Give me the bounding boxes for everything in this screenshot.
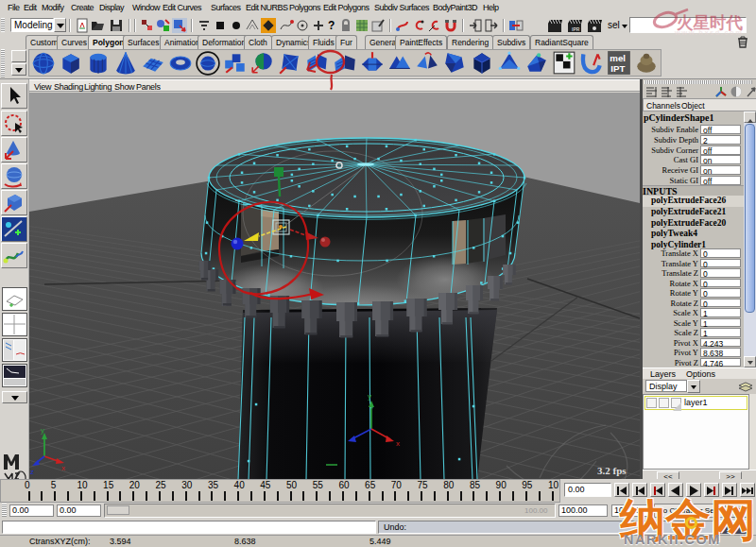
- svg-text:mel: mel: [610, 53, 626, 63]
- svg-text:3.2 fps: 3.2 fps: [597, 465, 627, 476]
- svg-text:x: x: [61, 464, 65, 472]
- svg-text:IPT: IPT: [610, 63, 625, 74]
- svg-text:z: z: [30, 468, 34, 476]
- svg-text:IPR: IPR: [572, 26, 580, 32]
- svg-text:y: y: [41, 426, 44, 435]
- svg-text:x: x: [396, 439, 400, 448]
- svg-text:www.hxsd.com: www.hxsd.com: [674, 28, 743, 37]
- svg-text:y: y: [368, 392, 371, 401]
